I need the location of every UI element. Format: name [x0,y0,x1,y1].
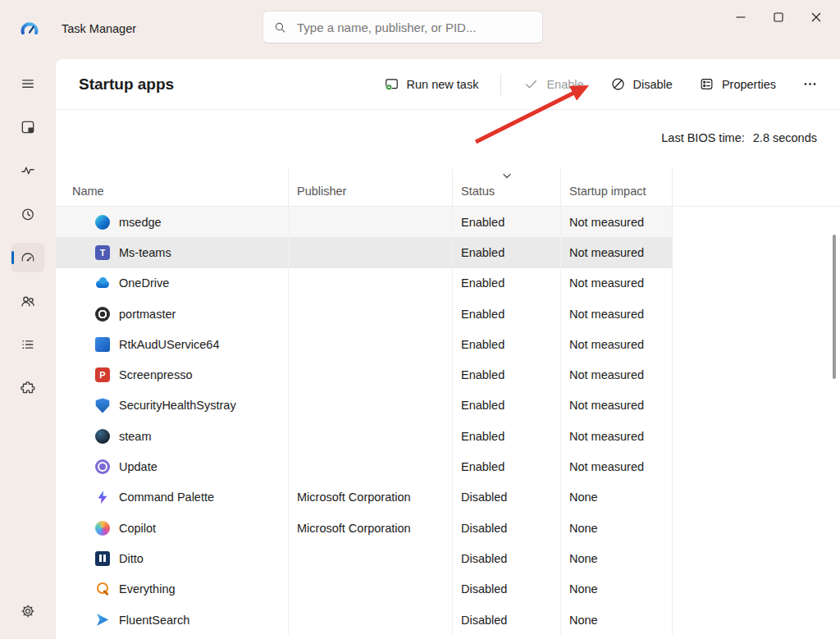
realtek-icon [95,337,110,352]
impact-cell: Not measured [561,207,673,237]
last-bios-time: Last BIOS time: 2.8 seconds [661,131,817,144]
portmaster-icon [95,307,110,322]
vertical-scrollbar[interactable] [833,235,836,379]
app-name: msedge [119,216,162,229]
column-header-name[interactable]: Name [56,169,289,206]
name-cell: steam [56,421,289,451]
table-row[interactable]: FluentSearch Disabled None [56,605,840,635]
minimize-button[interactable] [722,0,760,34]
table-row[interactable]: SecurityHealthSystray Enabled Not measur… [56,390,840,421]
table-row[interactable]: RtkAudUService64 Enabled Not measured [56,329,840,359]
publisher-cell [289,543,453,573]
publisher-cell [289,329,453,359]
settings-button[interactable] [11,596,44,626]
table-row[interactable]: OneDrive Enabled Not measured [56,268,840,299]
app-name: OneDrive [119,276,169,290]
sidebar-item-processes[interactable] [11,112,44,142]
sidebar-item-users[interactable] [11,286,44,316]
table-row[interactable]: Screenpresso Enabled Not measured [56,359,840,390]
impact-cell: Not measured [561,390,673,421]
services-icon [20,380,36,396]
row-filler [673,390,840,421]
publisher-cell [289,237,453,267]
status-cell: Enabled [453,268,561,299]
search-icon [273,21,287,34]
status-cell: Enabled [453,451,561,482]
app-name: Copilot [119,522,156,535]
impact-cell: Not measured [561,421,673,451]
search-input[interactable] [295,20,532,35]
publisher-cell [289,390,453,421]
status-cell: Disabled [453,482,561,513]
publisher-cell [289,421,453,451]
copilot-icon [95,521,110,536]
table-row[interactable]: Update Enabled Not measured [56,451,840,482]
app-name: Ditto [119,552,144,565]
row-filler [673,207,840,237]
table-row[interactable]: Everything Disabled None [56,574,840,605]
users-icon [20,293,36,309]
task-manager-icon [21,20,39,38]
name-cell: Ms-teams [56,237,289,267]
table-row[interactable]: Ditto Disabled None [56,543,840,573]
sidebar-item-performance[interactable] [11,156,44,185]
name-cell: Everything [56,574,289,605]
properties-button[interactable]: Properties [690,69,785,99]
name-cell: OneDrive [56,268,289,299]
disable-button[interactable]: Disable [601,69,682,99]
name-cell: SecurityHealthSystray [56,390,289,421]
maximize-button[interactable] [760,0,797,34]
screenpresso-icon [95,367,110,382]
status-cell: Disabled [453,513,561,543]
teams-icon [95,245,110,260]
row-filler [673,543,840,573]
steam-icon [95,429,110,444]
app-name: Everything [119,582,176,596]
table-row[interactable]: Ms-teams Enabled Not measured [56,237,840,267]
table-row[interactable]: msedge Enabled Not measured [56,207,840,237]
row-filler [673,299,840,329]
app-name: Update [119,460,158,473]
publisher-cell [289,451,453,482]
sidebar-item-services[interactable] [11,373,44,403]
column-header-publisher[interactable]: Publisher [289,169,453,206]
name-cell: Update [56,451,289,482]
enable-button[interactable]: Enable [514,69,592,99]
sidebar [0,59,56,639]
sidebar-item-details[interactable] [11,330,44,359]
menu-button[interactable] [11,69,44,98]
run-new-task-icon [384,76,399,92]
table-row[interactable]: steam Enabled Not measured [56,421,840,451]
enable-check-icon [523,76,539,92]
properties-icon [699,76,714,92]
more-button[interactable] [793,69,827,99]
run-new-task-button[interactable]: Run new task [375,69,488,99]
name-cell: Copilot [56,513,289,543]
close-button[interactable] [797,0,835,34]
menu-icon [20,75,36,92]
column-header-status[interactable]: Status [453,169,561,206]
table-row[interactable]: portmaster Enabled Not measured [56,299,840,329]
table-row[interactable]: Copilot Microsoft Corporation Disabled N… [56,513,840,543]
app-name: steam [119,430,152,443]
publisher-cell [289,268,453,299]
search-box[interactable] [262,11,543,43]
app-name: SecurityHealthSystray [119,399,236,412]
status-cell: Enabled [453,390,561,421]
impact-cell: Not measured [561,268,673,299]
column-header-startup-impact[interactable]: Startup impact [561,169,673,206]
sidebar-item-startup-apps[interactable] [11,243,44,272]
row-filler [673,574,840,605]
everything-icon [95,582,110,596]
performance-icon [20,162,36,179]
titlebar: Task Manager [0,0,840,59]
publisher-cell [289,207,453,237]
disable-slash-icon [610,76,626,92]
sidebar-item-app-history[interactable] [11,199,44,229]
cmdpal-icon [95,490,110,504]
table-row[interactable]: Command Palette Microsoft Corporation Di… [56,482,840,513]
name-cell: RtkAudUService64 [56,329,289,359]
update-icon [95,459,110,474]
toolbar-divider [500,74,501,95]
app-name: portmaster [119,308,176,321]
